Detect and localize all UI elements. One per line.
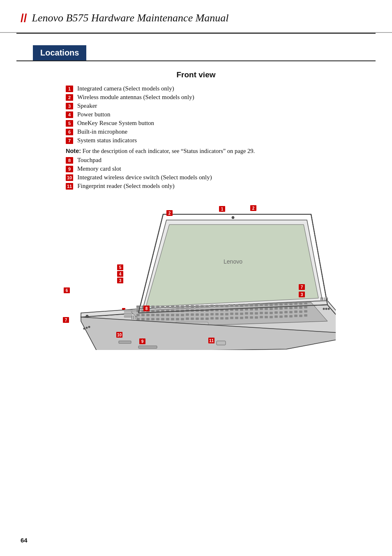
svg-rect-12 bbox=[156, 306, 159, 308]
svg-rect-28 bbox=[235, 304, 238, 307]
svg-rect-32 bbox=[255, 304, 258, 306]
svg-point-165 bbox=[86, 315, 88, 317]
list-item: 7 System status indicators bbox=[66, 137, 392, 144]
section-title: Locations bbox=[33, 45, 86, 60]
svg-marker-2 bbox=[146, 225, 318, 307]
svg-rect-117 bbox=[156, 318, 159, 320]
svg-rect-109 bbox=[289, 311, 293, 313]
svg-rect-67 bbox=[255, 308, 258, 310]
svg-rect-25 bbox=[220, 305, 224, 307]
svg-rect-120 bbox=[171, 318, 174, 320]
svg-rect-158 bbox=[324, 297, 325, 301]
svg-rect-89 bbox=[191, 313, 194, 316]
svg-rect-164 bbox=[136, 315, 137, 320]
svg-rect-71 bbox=[274, 307, 278, 310]
svg-rect-95 bbox=[220, 313, 224, 315]
item-badge-2: 2 bbox=[66, 94, 73, 101]
item-badge-4: 4 bbox=[66, 111, 73, 118]
svg-point-4 bbox=[232, 216, 234, 219]
svg-rect-134 bbox=[240, 317, 243, 319]
list-item: 11 Fingerprint reader (Select models onl… bbox=[66, 183, 392, 190]
svg-rect-172 bbox=[122, 308, 125, 310]
item-badge-1: 1 bbox=[66, 86, 73, 92]
svg-rect-122 bbox=[181, 318, 184, 320]
diag-label-7b: 7 bbox=[63, 317, 69, 323]
svg-rect-111 bbox=[299, 310, 302, 313]
svg-rect-131 bbox=[225, 317, 228, 320]
svg-rect-153 bbox=[124, 315, 132, 317]
svg-rect-15 bbox=[171, 306, 174, 308]
svg-rect-37 bbox=[279, 303, 283, 306]
svg-rect-42 bbox=[304, 302, 307, 304]
diag-label-6: 6 bbox=[64, 287, 70, 293]
svg-rect-124 bbox=[191, 317, 194, 320]
svg-rect-30 bbox=[245, 304, 248, 306]
svg-rect-18 bbox=[186, 305, 189, 308]
svg-rect-38 bbox=[284, 303, 288, 305]
list-item: 2 Wireless module antennas (Select model… bbox=[66, 94, 392, 101]
diag-label-11: 11 bbox=[208, 338, 214, 343]
svg-rect-35 bbox=[270, 303, 273, 306]
svg-rect-74 bbox=[289, 307, 293, 309]
svg-rect-96 bbox=[225, 313, 228, 315]
svg-rect-141 bbox=[274, 315, 278, 318]
svg-rect-75 bbox=[294, 306, 297, 309]
diag-label-3b: 3 bbox=[299, 292, 305, 297]
svg-rect-105 bbox=[270, 312, 273, 314]
svg-rect-125 bbox=[196, 317, 199, 320]
diag-label-5: 5 bbox=[117, 264, 123, 270]
svg-rect-107 bbox=[279, 311, 283, 314]
svg-rect-36 bbox=[274, 303, 278, 306]
svg-rect-31 bbox=[250, 304, 253, 306]
svg-rect-14 bbox=[166, 306, 169, 308]
svg-rect-119 bbox=[166, 318, 169, 320]
svg-rect-41 bbox=[299, 302, 302, 305]
svg-rect-70 bbox=[270, 308, 273, 310]
list-item: 6 Built-in microphone bbox=[66, 128, 392, 135]
svg-rect-13 bbox=[161, 306, 164, 308]
diag-label-3a: 3 bbox=[117, 278, 123, 283]
diag-label-8: 8 bbox=[143, 306, 150, 311]
svg-rect-33 bbox=[260, 303, 263, 306]
svg-point-167 bbox=[325, 308, 327, 310]
svg-rect-99 bbox=[240, 313, 243, 315]
item-badge-11: 11 bbox=[66, 183, 73, 190]
list-item: 8 Touchpad bbox=[66, 157, 392, 164]
lenovo-icon: // bbox=[21, 12, 27, 25]
svg-rect-87 bbox=[181, 314, 184, 316]
svg-rect-86 bbox=[176, 314, 179, 316]
diag-label-2b: 2 bbox=[250, 205, 256, 211]
svg-rect-23 bbox=[210, 305, 214, 307]
note-text: Note: For the description of each indica… bbox=[0, 146, 392, 157]
item-badge-7: 7 bbox=[66, 137, 73, 144]
svg-rect-103 bbox=[260, 312, 263, 314]
svg-rect-100 bbox=[245, 312, 248, 315]
diag-label-7a: 7 bbox=[299, 284, 305, 290]
page-number: 64 bbox=[21, 537, 28, 544]
svg-rect-90 bbox=[196, 313, 199, 316]
svg-rect-24 bbox=[215, 305, 219, 307]
item-badge-5: 5 bbox=[66, 120, 73, 127]
svg-rect-133 bbox=[235, 317, 238, 319]
svg-rect-130 bbox=[220, 317, 224, 320]
svg-point-171 bbox=[88, 326, 90, 328]
svg-rect-140 bbox=[270, 316, 273, 318]
svg-rect-106 bbox=[274, 311, 278, 314]
svg-rect-46 bbox=[151, 310, 154, 312]
svg-rect-138 bbox=[260, 316, 263, 318]
svg-rect-84 bbox=[166, 314, 169, 316]
svg-rect-98 bbox=[235, 313, 238, 315]
svg-rect-151 bbox=[124, 310, 132, 312]
svg-rect-19 bbox=[191, 305, 194, 308]
svg-rect-123 bbox=[186, 317, 189, 320]
svg-rect-142 bbox=[279, 315, 283, 318]
item-badge-6: 6 bbox=[66, 129, 73, 135]
svg-rect-143 bbox=[284, 315, 288, 317]
svg-rect-92 bbox=[205, 313, 209, 316]
svg-text:Lenovo: Lenovo bbox=[224, 258, 242, 265]
item-badge-9: 9 bbox=[66, 166, 73, 172]
svg-rect-21 bbox=[201, 305, 204, 308]
svg-rect-159 bbox=[325, 297, 326, 301]
svg-rect-156 bbox=[321, 297, 321, 301]
svg-rect-163 bbox=[135, 315, 136, 320]
